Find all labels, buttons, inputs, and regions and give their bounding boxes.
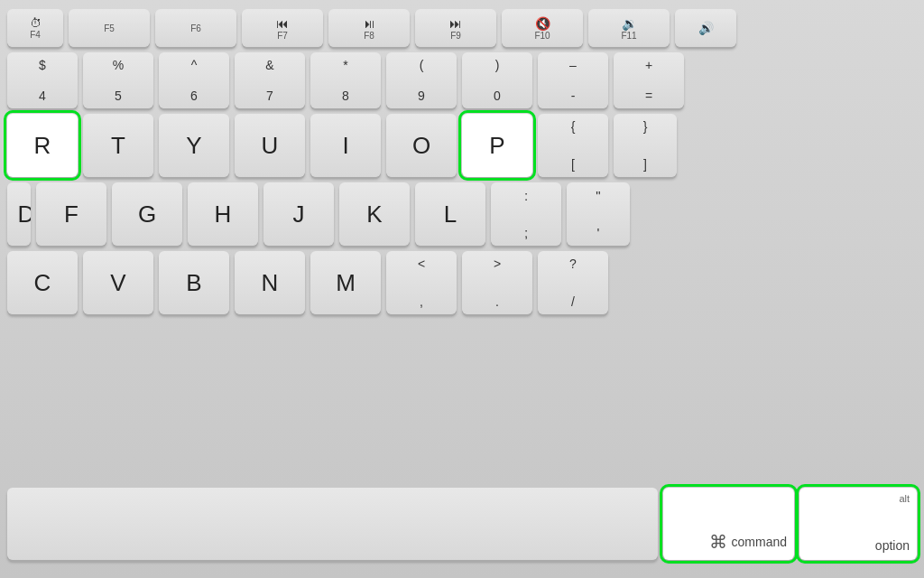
key-8-lower: 8 [342, 89, 349, 103]
key-d-label: D [18, 200, 31, 228]
key-f[interactable]: F [36, 182, 106, 246]
key-9-upper: ( [420, 58, 424, 72]
key-command[interactable]: ⌘ command [663, 488, 794, 560]
key-bracket-close[interactable]: } ] [614, 114, 677, 177]
command-symbol: ⌘ [709, 531, 727, 553]
key-p-label: P [489, 132, 504, 160]
key-period[interactable]: > . [462, 251, 532, 314]
f9-label: F9 [450, 31, 461, 41]
key-4-upper: $ [39, 58, 46, 72]
bottom-row: ⌘ command alt option [7, 488, 917, 560]
key-r-label: R [34, 132, 51, 160]
key-semicolon[interactable]: : ; [491, 182, 561, 246]
key-f5[interactable]: F5 [69, 9, 150, 47]
key-l-label: L [444, 200, 457, 228]
keyboard: ⏱ F4 F5 F6 ⏮ F7 ⏯ F8 ⏭ F9 🔇 F10 🔉 F11 [0, 0, 924, 578]
key-j-label: J [293, 200, 305, 228]
key-question: ? [569, 256, 577, 271]
f4-label: F4 [30, 30, 41, 40]
key-n[interactable]: N [235, 251, 305, 314]
key-minus[interactable]: – - [538, 52, 608, 108]
key-8[interactable]: * 8 [310, 52, 381, 108]
key-period-lower: . [495, 294, 499, 309]
qwerty-row: R T Y U I O P { [ } ] [7, 114, 917, 177]
key-f7[interactable]: ⏮ F7 [242, 9, 323, 47]
key-f12[interactable]: 🔊 [675, 9, 736, 47]
key-7-lower: 7 [266, 89, 273, 103]
key-h[interactable]: H [188, 182, 258, 246]
key-equals-upper: + [645, 58, 652, 72]
key-f10[interactable]: 🔇 F10 [502, 9, 583, 47]
key-bracket-open[interactable]: { [ [538, 114, 608, 177]
key-5[interactable]: % 5 [83, 52, 153, 108]
key-minus-lower: - [571, 89, 576, 103]
key-6[interactable]: ^ 6 [159, 52, 229, 108]
key-quote[interactable]: " ' [567, 182, 630, 246]
key-f4[interactable]: ⏱ F4 [7, 9, 63, 47]
key-8-upper: * [343, 58, 347, 72]
key-option[interactable]: alt option [799, 488, 917, 560]
key-u-label: U [262, 132, 279, 160]
key-o[interactable]: O [386, 114, 457, 177]
key-slash[interactable]: ? / [538, 251, 608, 314]
key-g-label: G [138, 200, 156, 228]
key-9[interactable]: ( 9 [386, 52, 457, 108]
key-y-label: Y [186, 132, 201, 160]
key-r[interactable]: R [7, 114, 78, 177]
key-greater-than: > [494, 256, 501, 271]
key-spacebar[interactable] [7, 488, 658, 560]
key-c[interactable]: C [7, 251, 78, 314]
key-7[interactable]: & 7 [235, 52, 305, 108]
key-comma[interactable]: < , [386, 251, 457, 314]
key-0[interactable]: ) 0 [462, 52, 532, 108]
key-p[interactable]: P [462, 114, 532, 177]
key-4-lower: 4 [39, 89, 46, 103]
key-m-label: M [336, 269, 356, 297]
f6-label: F6 [190, 23, 201, 33]
key-k[interactable]: K [339, 182, 410, 246]
f5-label: F5 [104, 23, 115, 33]
option-label: option [807, 538, 910, 553]
key-b-label: B [186, 269, 201, 297]
key-i[interactable]: I [310, 114, 381, 177]
key-v[interactable]: V [83, 251, 153, 314]
function-key-row: ⏱ F4 F5 F6 ⏮ F7 ⏯ F8 ⏭ F9 🔇 F10 🔉 F11 [7, 9, 917, 47]
command-label: command [732, 535, 787, 549]
key-y[interactable]: Y [159, 114, 229, 177]
key-t[interactable]: T [83, 114, 153, 177]
key-i-label: I [342, 132, 348, 160]
key-v-label: V [110, 269, 125, 297]
alt-label: alt [899, 493, 910, 504]
key-m[interactable]: M [310, 251, 381, 314]
key-t-label: T [111, 132, 125, 160]
f11-label: F11 [621, 31, 636, 41]
key-c-label: C [34, 269, 51, 297]
key-colon: : [524, 188, 528, 203]
key-5-lower: 5 [115, 89, 122, 103]
key-b[interactable]: B [159, 251, 229, 314]
key-n-label: N [262, 269, 279, 297]
key-bracket-open-lower: [ [571, 157, 575, 172]
f7-label: F7 [277, 31, 288, 41]
key-5-upper: % [113, 58, 124, 72]
key-f6[interactable]: F6 [155, 9, 236, 47]
key-k-label: K [366, 200, 382, 228]
number-row: $ 4 % 5 ^ 6 & 7 * 8 [7, 52, 917, 108]
key-u[interactable]: U [235, 114, 305, 177]
key-f11[interactable]: 🔉 F11 [588, 9, 670, 47]
zxcv-row: C V B N M < , > . ? / [7, 251, 917, 314]
key-f9[interactable]: ⏭ F9 [415, 9, 496, 47]
key-singlequote: ' [597, 225, 600, 240]
key-equals-lower: = [645, 89, 652, 103]
key-d-partial[interactable]: D [7, 182, 31, 246]
key-brace-close: } [643, 119, 648, 134]
key-g[interactable]: G [112, 182, 182, 246]
key-equals[interactable]: + = [614, 52, 684, 108]
key-brace-open: { [571, 119, 576, 134]
key-f8[interactable]: ⏯ F8 [328, 9, 410, 47]
key-l[interactable]: L [415, 182, 485, 246]
key-4[interactable]: $ 4 [7, 52, 78, 108]
key-0-lower: 0 [494, 89, 501, 103]
key-0-upper: ) [495, 58, 500, 72]
key-j[interactable]: J [263, 182, 334, 246]
